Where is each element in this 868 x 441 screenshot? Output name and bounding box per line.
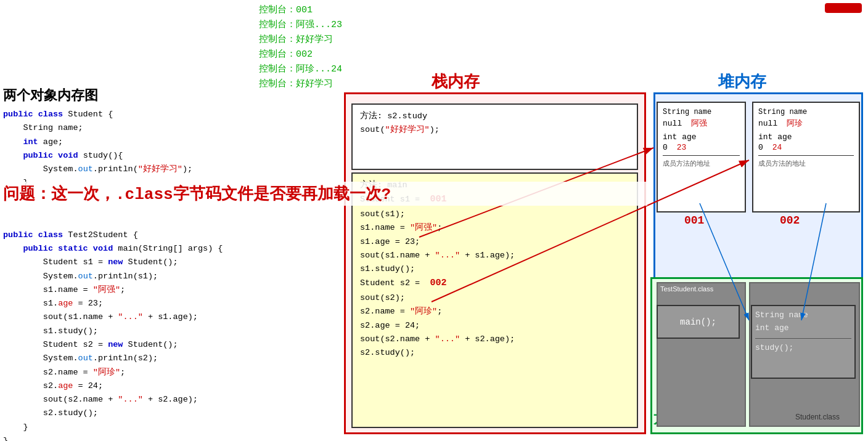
console-line-1: 控制台：001 (259, 3, 342, 18)
student-class-label: Student.class (795, 413, 840, 421)
obj1-null: null (663, 119, 682, 128)
stack-s2-study-frame: 方法: s2.study sout("好好学习"); (351, 103, 638, 170)
test-student-class-box: TestStudent.class (657, 282, 746, 427)
stack-s1-name: s1.name = "阿强"; (360, 221, 629, 235)
obj-label-002: 002 (780, 214, 800, 227)
object-001: String name null 阿强 int age 0 23 成员方法的地址 (657, 102, 746, 212)
stack-sout-s2: sout(s2); (360, 291, 629, 305)
main-method-label: main(); (680, 317, 716, 327)
student-class-label-inner (750, 283, 859, 287)
obj1-name-val: 阿强 (691, 118, 707, 129)
obj1-member-method: 成员方法的地址 (663, 159, 740, 168)
obj1-int-age-label: int age (663, 132, 740, 142)
stack-sout-s1-name: sout(s1.name + "..." + s1.age); (360, 249, 629, 262)
obj2-age-row: 0 24 (758, 143, 854, 152)
obj-label-001: 001 (684, 214, 704, 227)
obj1-age-val: 23 (677, 143, 687, 152)
stack-s2-age: s2.age = 24; (360, 319, 629, 333)
stack-s2-line: Student s2 = 002 (360, 276, 629, 291)
obj2-string-name-label: String name (758, 108, 854, 116)
main-method-box: main(); (657, 305, 740, 339)
obj2-member-method: 成员方法的地址 (758, 159, 854, 168)
obj2-null: null (758, 119, 777, 128)
console-line-3: 控制台：好好学习 (259, 33, 342, 47)
stack-main-frame: 方法: main Student s1 = 001 sout(s1); s1.n… (351, 172, 638, 428)
s2-study-label: 方法: s2.study (360, 110, 629, 123)
sc-int-age: int age (755, 322, 851, 335)
question-banner: 问题：这一次，.class字节码文件是否要再加载一次? (0, 182, 647, 206)
stack-s2-name: s2.name = "阿珍"; (360, 305, 629, 318)
heap-memory-title: 堆内存 (718, 71, 766, 92)
obj2-int-age-label: int age (758, 132, 854, 142)
obj1-name-row: null 阿强 (663, 118, 740, 129)
obj2-age-val: 24 (772, 143, 782, 152)
stack-s1-age: s1.age = 23; (360, 235, 629, 249)
student-class-content: String name int age study(); (751, 305, 856, 379)
obj2-name-row: null 阿珍 (758, 118, 854, 129)
sc-string-name: String name (755, 309, 851, 322)
code-area: public class Student { String name; int … (0, 105, 342, 441)
stack-sout-s1: sout(s1); (360, 208, 629, 221)
obj2-age-zero: 0 (758, 143, 763, 152)
left-section-title: 两个对象内存图 (3, 86, 98, 105)
obj1-string-name-label: String name (663, 108, 740, 116)
run-button[interactable] (825, 3, 862, 13)
console-line-2: 控制台：阿强...23 (259, 18, 342, 33)
test-student-class-label: TestStudent.class (658, 283, 745, 294)
console-line-6: 控制台：好好学习 (259, 77, 342, 92)
s2-study-line: sout("好好学习"); (360, 123, 629, 137)
stack-s1-study: s1.study(); (360, 262, 629, 276)
stack-s2-study-call: s2.study(); (360, 346, 629, 360)
sc-study-method: study(); (755, 342, 851, 355)
object-002: String name null 阿珍 int age 0 24 成员方法的地址 (752, 102, 860, 212)
stack-sout-s2-name: sout(s2.name + "..." + s2.age); (360, 333, 629, 346)
obj1-age-zero: 0 (663, 143, 668, 152)
obj2-name-val: 阿珍 (787, 118, 803, 129)
console-line-5: 控制台：阿珍...24 (259, 62, 342, 77)
console-output: 控制台：001 控制台：阿强...23 控制台：好好学习 控制台：002 控制台… (256, 0, 345, 95)
console-line-4: 控制台：002 (259, 47, 342, 62)
stack-memory-title: 栈内存 (432, 71, 480, 92)
obj1-age-row: 0 23 (663, 143, 740, 152)
